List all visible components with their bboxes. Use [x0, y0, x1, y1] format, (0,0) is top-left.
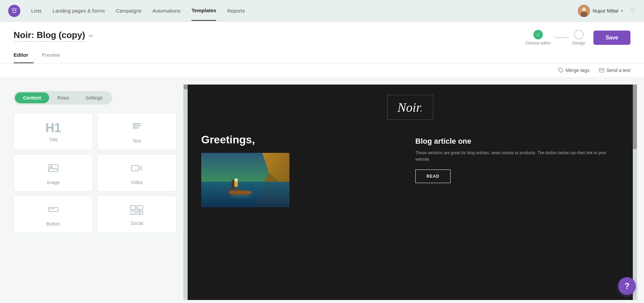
- nav-campaigns[interactable]: Campaigns: [116, 1, 141, 20]
- email-logo-text: Noir.: [398, 100, 423, 114]
- image-item-label: Image: [47, 180, 60, 185]
- help-button[interactable]: ?: [618, 277, 636, 295]
- edit-title-icon[interactable]: ✏: [89, 32, 94, 40]
- article-title: Blog article one: [415, 137, 619, 146]
- text-item-label: Text: [132, 138, 141, 144]
- nav-templates[interactable]: Templates: [191, 1, 216, 21]
- svg-rect-15: [49, 208, 58, 212]
- h1-icon: H1: [45, 122, 61, 134]
- step1-done-icon: ✓: [533, 30, 543, 39]
- svg-rect-14: [131, 165, 139, 171]
- envelope-icon: [599, 68, 604, 73]
- social-item-label: Social: [130, 220, 143, 226]
- email-right-column: Blog article one These sections are grea…: [415, 133, 619, 183]
- nav-landing-pages[interactable]: Landing pages & forms: [53, 1, 105, 20]
- svg-point-3: [15, 10, 16, 11]
- merge-tags-action[interactable]: Merge tags: [558, 68, 589, 73]
- nav-reports[interactable]: Reports: [227, 1, 245, 20]
- page-tabs: Editor Preview: [14, 49, 94, 63]
- nav-right: Nupur Mittal ▾ ♡: [578, 5, 636, 17]
- user-name: Nupur Mittal: [593, 8, 618, 14]
- page-title-row: Noir: Blog (copy) ✏: [14, 30, 94, 42]
- article-body: These sections are great for blog articl…: [415, 150, 619, 163]
- svg-text:𝕏: 𝕏: [131, 211, 133, 214]
- video-item-label: Video: [131, 180, 143, 185]
- app-logo[interactable]: [8, 5, 20, 17]
- logo-dot: .: [420, 100, 423, 114]
- scroll-bar-right: [633, 85, 637, 300]
- email-logo-box: Noir.: [387, 95, 434, 120]
- button-item-label: Button: [46, 221, 60, 227]
- panel-item-button[interactable]: Button: [14, 196, 93, 233]
- svg-point-6: [581, 12, 587, 17]
- panel-item-video[interactable]: Video: [97, 154, 176, 192]
- button-icon: [47, 203, 59, 218]
- panel-item-title[interactable]: H1 Title: [14, 113, 93, 150]
- merge-tags-label: Merge tags: [566, 68, 589, 73]
- top-nav: Lists Landing pages & forms Campaigns Au…: [0, 0, 644, 22]
- scroll-thumb-left: [184, 85, 188, 89]
- email-left-column: Greetings,: [201, 133, 405, 207]
- svg-point-2: [13, 10, 13, 11]
- email-header: Noir.: [188, 85, 633, 127]
- read-button[interactable]: READ: [415, 170, 451, 183]
- scroll-thumb-right: [633, 85, 637, 149]
- step1-wrapper: ✓ Choose editor: [526, 30, 551, 46]
- left-panel: Content Rows Settings H1 Title: [7, 84, 183, 300]
- svg-point-5: [582, 7, 586, 12]
- svg-point-24: [139, 212, 141, 214]
- video-icon: [131, 162, 143, 177]
- panel-tabs: Content Rows Settings: [14, 91, 112, 105]
- email-greeting: Greetings,: [201, 133, 405, 146]
- svg-rect-12: [49, 165, 58, 172]
- step1-label: Choose editor: [526, 41, 551, 46]
- panel-item-image[interactable]: Image: [14, 154, 93, 192]
- email-body: Greetings,: [188, 127, 633, 221]
- content-panel-grid: H1 Title Text: [14, 113, 176, 233]
- svg-text:f: f: [131, 206, 132, 210]
- user-avatar[interactable]: Nupur Mittal ▾: [578, 5, 623, 17]
- send-test-action[interactable]: Send a test: [599, 68, 630, 73]
- svg-rect-10: [133, 127, 139, 128]
- svg-rect-35: [229, 191, 251, 194]
- scroll-bar-left: [184, 85, 188, 300]
- svg-rect-31: [227, 189, 240, 190]
- svg-point-25: [140, 211, 141, 212]
- logo-word: Noir: [398, 100, 420, 114]
- email-preview: Noir. Greetings,: [188, 85, 633, 300]
- save-button[interactable]: Save: [593, 31, 630, 45]
- panel-tab-rows[interactable]: Rows: [49, 92, 77, 103]
- text-icon: [131, 121, 143, 136]
- step2-todo-icon: [574, 30, 584, 39]
- svg-point-36: [230, 195, 250, 198]
- panel-tab-content[interactable]: Content: [15, 92, 49, 103]
- stepper: ✓ Choose editor Design: [526, 30, 585, 46]
- title-item-label: Title: [49, 137, 58, 142]
- step2-label: Design: [572, 41, 585, 46]
- nav-links: Lists Landing pages & forms Campaigns Au…: [31, 1, 578, 21]
- panel-item-social[interactable]: f in 𝕏 Social: [97, 196, 176, 233]
- avatar-image: [578, 5, 590, 17]
- favorites-heart-icon[interactable]: ♡: [630, 7, 636, 15]
- email-image: [201, 153, 289, 207]
- panel-item-text[interactable]: Text: [97, 113, 176, 150]
- editor-container: Content Rows Settings H1 Title: [0, 77, 644, 303]
- tab-preview[interactable]: Preview: [42, 49, 65, 63]
- svg-text:in: in: [137, 207, 139, 209]
- nav-lists[interactable]: Lists: [31, 1, 42, 20]
- svg-rect-11: [134, 123, 135, 130]
- tag-icon: [558, 68, 564, 73]
- tab-editor[interactable]: Editor: [14, 49, 34, 63]
- avatar-dropdown-icon: ▾: [621, 8, 623, 13]
- page-header-left: Noir: Blog (copy) ✏ Editor Preview: [14, 30, 94, 63]
- preview-panel: Noir. Greetings,: [183, 84, 637, 300]
- social-icon: f in 𝕏: [130, 204, 144, 218]
- nav-automations[interactable]: Automations: [152, 1, 181, 20]
- svg-point-33: [234, 178, 238, 182]
- step-connector: [555, 37, 568, 38]
- panel-tab-settings[interactable]: Settings: [77, 92, 111, 103]
- page-header: Noir: Blog (copy) ✏ Editor Preview ✓ Cho…: [0, 22, 644, 64]
- svg-rect-16: [50, 209, 55, 209]
- sub-toolbar: Merge tags Send a test: [0, 64, 644, 77]
- image-icon: [47, 162, 59, 177]
